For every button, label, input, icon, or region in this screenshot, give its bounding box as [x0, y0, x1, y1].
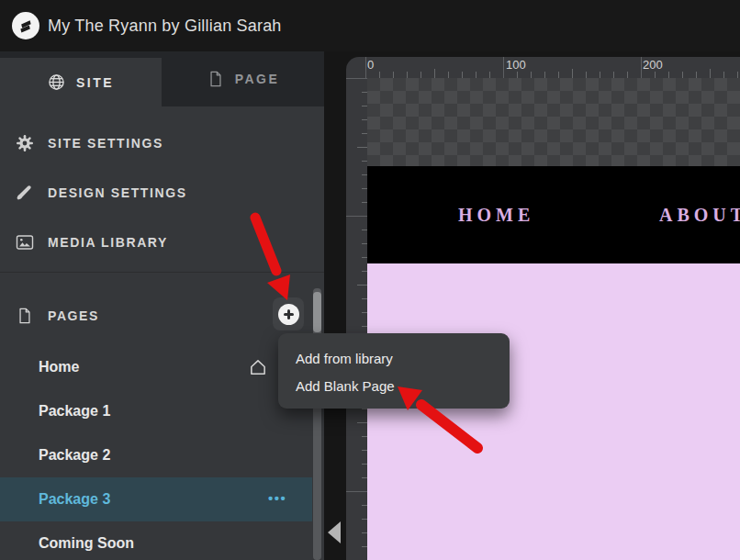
page-item-package-2[interactable]: Package 2 — [0, 433, 324, 477]
sidebar-gap — [324, 51, 346, 560]
sitejet-logo-icon[interactable] — [12, 12, 39, 39]
page-item-label: Package 3 — [39, 491, 110, 508]
ruler-tick — [346, 491, 367, 492]
preview-navbar: HOME ABOUT — [367, 166, 740, 263]
ellipsis-menu-icon[interactable]: ••• — [268, 477, 286, 521]
ruler-tick — [357, 422, 367, 423]
ruler-label-100: 100 — [506, 58, 526, 72]
sidebar-item-label: MEDIA LIBRARY — [48, 235, 168, 250]
sidebar-tabbar: SITE PAGE — [0, 51, 324, 106]
page-title: My The Ryann by Gillian Sarah — [48, 0, 282, 51]
add-page-context-menu: Add from library Add Blank Page — [278, 333, 510, 409]
ruler-tick — [462, 72, 463, 78]
ruler-label-0: 0 — [367, 58, 374, 72]
ruler-tick — [407, 72, 408, 78]
sidebar-item-design-settings[interactable]: DESIGN SETTINGS — [0, 168, 324, 218]
globe-icon — [48, 73, 66, 92]
ruler-tick — [544, 72, 545, 78]
ruler-tick — [696, 72, 697, 78]
ruler-tick — [710, 69, 711, 78]
page-item-package-1[interactable]: Package 1 — [0, 389, 324, 433]
nav-link-about[interactable]: ABOUT — [659, 166, 740, 263]
page-item-label: Package 1 — [39, 403, 110, 420]
brush-icon — [16, 184, 34, 202]
ruler-tick — [531, 72, 532, 78]
page-item-label: Coming Soon — [39, 535, 134, 552]
horizontal-ruler: 0 100 200 — [346, 57, 740, 78]
sidebar-menu: SITE SETTINGS DESIGN SETTINGS — [0, 106, 324, 267]
ruler-tick — [357, 285, 367, 286]
ruler-tick — [558, 72, 559, 78]
site-preview: HOME ABOUT — [367, 78, 740, 560]
ruler-tick — [420, 72, 421, 78]
sidebar-item-label: DESIGN SETTINGS — [48, 185, 187, 200]
sidebar-item-label: SITE SETTINGS — [48, 136, 163, 151]
page-icon — [16, 307, 34, 325]
page-item-package-3[interactable]: Package 3 ••• — [0, 477, 312, 521]
ruler-tick — [379, 72, 380, 78]
vertical-ruler — [346, 78, 367, 560]
sidebar-item-site-settings[interactable]: SITE SETTINGS — [0, 118, 324, 168]
tab-page[interactable]: PAGE — [162, 51, 324, 106]
preview-page-body[interactable] — [367, 263, 740, 560]
page-item-label: Home — [39, 359, 79, 375]
gear-icon — [16, 134, 34, 152]
ruler-tick — [489, 72, 490, 78]
ruler-tick — [641, 57, 642, 78]
tab-site-label: SITE — [76, 75, 114, 90]
canvas-frame: 0 100 200 HOME ABOUT — [346, 57, 740, 560]
pages-section-label: PAGES — [48, 308, 99, 323]
sidebar-divider — [0, 272, 324, 273]
nav-link-home[interactable]: HOME — [458, 166, 534, 263]
ruler-tick — [572, 69, 573, 78]
ruler-tick — [600, 72, 600, 78]
ruler-tick — [393, 72, 394, 78]
sidebar: SITE PAGE — [0, 51, 324, 560]
tab-site[interactable]: SITE — [0, 58, 162, 106]
sidebar-item-media-library[interactable]: MEDIA LIBRARY — [0, 218, 324, 267]
page-item-label: Package 2 — [39, 447, 110, 464]
ruler-tick — [448, 72, 449, 78]
ruler-tick — [365, 57, 366, 78]
page-item-home[interactable]: Home — [0, 345, 324, 389]
ruler-tick — [682, 72, 683, 78]
ruler-tick — [613, 72, 614, 78]
ruler-tick — [346, 78, 367, 79]
image-icon — [16, 233, 34, 252]
ruler-tick — [357, 147, 367, 148]
ruler-tick — [586, 72, 587, 78]
ruler-tick — [517, 72, 518, 78]
page-icon — [207, 70, 225, 88]
ruler-tick — [503, 57, 504, 78]
plus-icon — [278, 304, 299, 325]
transparency-checkerboard — [367, 78, 740, 166]
ruler-tick — [627, 72, 628, 78]
top-bar: My The Ryann by Gillian Sarah — [0, 0, 740, 51]
ruler-tick — [434, 69, 435, 78]
ruler-tick — [737, 72, 738, 78]
tab-page-label: PAGE — [235, 72, 280, 86]
menu-item-add-blank-page[interactable]: Add Blank Page — [278, 373, 510, 400]
ruler-tick — [655, 72, 656, 78]
sidebar-scrollbar-thumb[interactable] — [313, 292, 321, 332]
app-window: My The Ryann by Gillian Sarah SITE — [0, 0, 740, 560]
page-item-coming-soon[interactable]: Coming Soon — [0, 521, 324, 560]
ruler-tick — [668, 72, 669, 78]
ruler-tick — [723, 72, 724, 78]
ruler-tick — [476, 72, 477, 78]
home-icon — [248, 357, 268, 377]
collapse-sidebar-icon[interactable] — [328, 521, 341, 543]
add-page-button[interactable] — [273, 297, 304, 330]
ruler-label-200: 200 — [643, 58, 663, 72]
pages-list: Home Package 1 Package 2 Package 3 ••• C… — [0, 345, 324, 560]
ruler-tick — [346, 216, 367, 217]
menu-item-add-from-library[interactable]: Add from library — [278, 345, 510, 373]
